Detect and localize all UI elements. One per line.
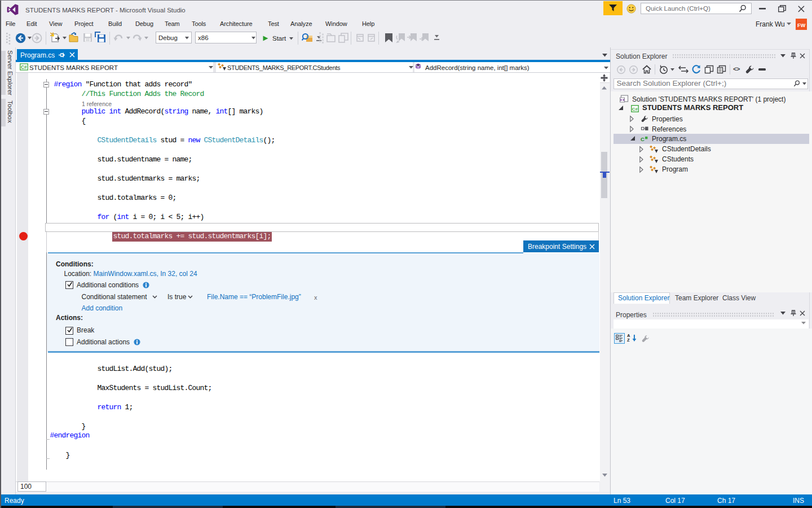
svg-text:C#: C#: [21, 64, 27, 70]
svg-text:C#: C#: [632, 107, 638, 112]
svg-text:C: C: [641, 136, 645, 142]
